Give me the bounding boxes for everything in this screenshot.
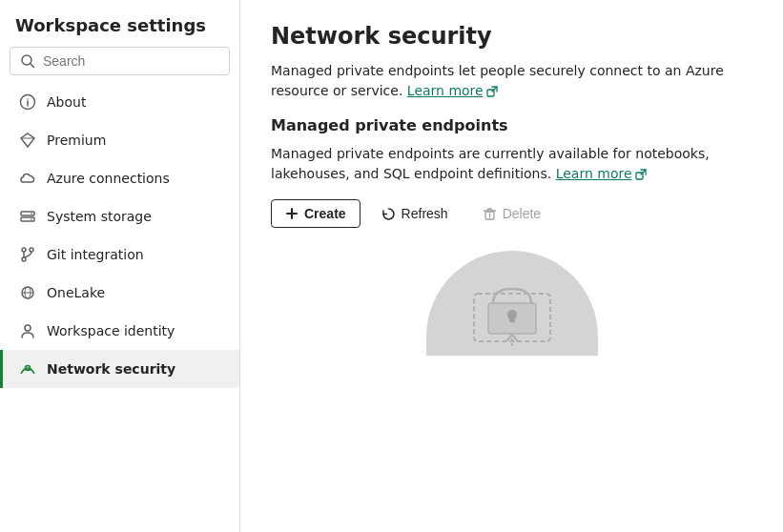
sidebar-item-identity-label: Workspace identity: [47, 323, 175, 338]
learn-more-link-2[interactable]: Learn more: [556, 164, 647, 184]
create-button[interactable]: Create: [271, 199, 361, 228]
learn-more-link-1[interactable]: Learn more: [407, 81, 498, 101]
cloud-icon: [18, 169, 37, 188]
info-icon: [18, 92, 37, 112]
description-2: Managed private endpoints are currently …: [271, 144, 752, 184]
sidebar-item-git[interactable]: Git integration: [0, 235, 239, 274]
page-title: Network security: [271, 23, 752, 50]
refresh-button[interactable]: Refresh: [368, 200, 462, 227]
plus-icon: [285, 207, 299, 220]
search-box[interactable]: [10, 47, 230, 75]
sidebar-item-azure-label: Azure connections: [47, 171, 170, 186]
section-title: Managed private endpoints: [271, 116, 752, 134]
svg-rect-8: [21, 217, 34, 221]
sidebar-item-onelake-label: OneLake: [47, 285, 105, 300]
description-1: Managed private endpoints let people sec…: [271, 61, 752, 101]
sidebar-item-storage[interactable]: System storage: [0, 197, 239, 235]
sidebar-item-azure[interactable]: Azure connections: [0, 159, 239, 197]
sidebar-title: Workspace settings: [0, 0, 239, 47]
delete-icon: [483, 207, 497, 221]
delete-button[interactable]: Delete: [469, 200, 554, 227]
svg-point-11: [22, 248, 26, 252]
onelake-icon: [18, 283, 37, 302]
svg-point-17: [25, 325, 31, 331]
sidebar-item-network-label: Network security: [47, 361, 175, 377]
sidebar-item-about[interactable]: About: [0, 83, 239, 121]
sidebar-item-network-security[interactable]: Network security: [0, 350, 239, 388]
sidebar: Workspace settings About Premium: [0, 0, 240, 532]
diamond-icon: [18, 131, 37, 150]
main-content: Network security Managed private endpoin…: [240, 0, 783, 532]
search-input[interactable]: [43, 53, 219, 69]
illustration-svg: [450, 260, 574, 346]
sidebar-item-premium-label: Premium: [47, 133, 106, 148]
external-link-icon-2: [635, 169, 647, 180]
network-icon: [18, 359, 37, 379]
sidebar-item-about-label: About: [47, 94, 86, 110]
refresh-icon: [381, 207, 396, 221]
sidebar-item-onelake[interactable]: OneLake: [0, 274, 239, 312]
external-link-icon-1: [486, 86, 498, 97]
svg-marker-5: [21, 133, 34, 147]
illustration: [271, 251, 752, 356]
svg-point-4: [27, 98, 29, 100]
svg-rect-31: [509, 315, 515, 322]
identity-icon: [18, 321, 37, 340]
action-bar: Create Refresh Delete: [271, 199, 752, 228]
svg-point-13: [22, 257, 26, 261]
illustration-circle: [426, 251, 598, 356]
storage-icon: [18, 207, 37, 226]
sidebar-item-storage-label: System storage: [47, 209, 152, 224]
svg-line-1: [31, 64, 34, 68]
git-icon: [18, 245, 37, 264]
sidebar-item-premium[interactable]: Premium: [0, 121, 239, 159]
search-icon: [20, 53, 35, 69]
sidebar-item-identity[interactable]: Workspace identity: [0, 312, 239, 350]
svg-point-12: [30, 248, 33, 252]
sidebar-item-git-label: Git integration: [47, 247, 144, 262]
svg-point-10: [31, 218, 32, 220]
svg-point-9: [31, 213, 32, 215]
svg-rect-7: [21, 212, 34, 215]
